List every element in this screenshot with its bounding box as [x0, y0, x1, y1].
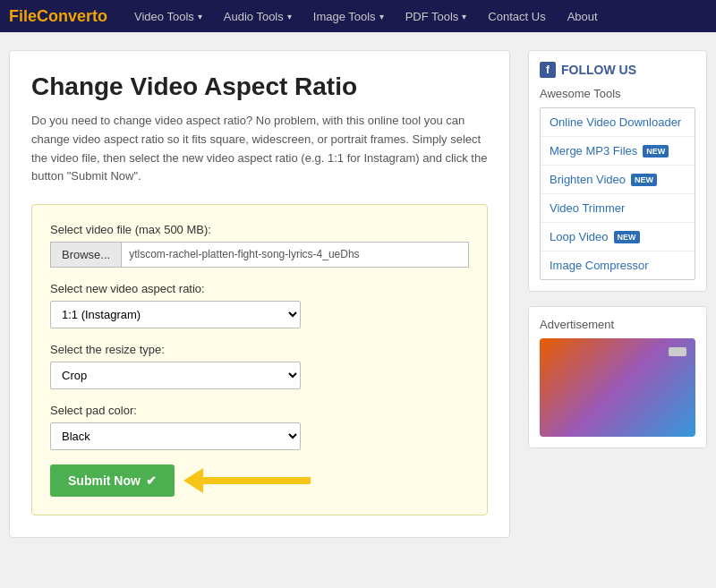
- form-box: Select video file (max 500 MB): Browse..…: [31, 204, 488, 516]
- ad-image: [540, 338, 695, 437]
- page-description: Do you need to change video aspect ratio…: [31, 112, 488, 186]
- tool-label: Image Compressor: [550, 259, 649, 272]
- checkmark-icon: ✔: [146, 473, 157, 488]
- aspect-ratio-select[interactable]: 1:1 (Instagram) 16:9 (Widescreen) 4:3 (S…: [50, 301, 301, 328]
- submit-label: Submit Now: [68, 473, 141, 488]
- new-badge: NEW: [643, 145, 669, 158]
- chevron-down-icon: ▾: [287, 12, 292, 21]
- navbar: FileConverto Video Tools ▾ Audio Tools ▾…: [0, 0, 716, 32]
- new-badge: NEW: [631, 174, 657, 186]
- nav-contact-us[interactable]: Contact Us: [479, 4, 554, 29]
- pad-color-label: Select pad color:: [50, 404, 469, 417]
- page-title: Change Video Aspect Ratio: [31, 72, 488, 101]
- advertisement-section: Advertisement: [528, 306, 707, 448]
- tool-item-image-compressor[interactable]: Image Compressor: [541, 251, 695, 279]
- tool-item-video-downloader[interactable]: Online Video Downloader: [541, 108, 695, 137]
- submit-row: Submit Now ✔: [50, 464, 469, 497]
- file-label: Select video file (max 500 MB):: [50, 223, 469, 236]
- resize-type-label: Select the resize type:: [50, 343, 469, 356]
- chevron-down-icon: ▾: [198, 12, 202, 21]
- aspect-ratio-group: Select new video aspect ratio: 1:1 (Inst…: [50, 282, 469, 328]
- resize-type-group: Select the resize type: Crop Pad Stretch: [50, 343, 469, 389]
- pad-color-group: Select pad color: Black White Red Green …: [50, 404, 469, 450]
- aspect-ratio-label: Select new video aspect ratio:: [50, 282, 469, 295]
- arrow-annotation: [183, 468, 311, 493]
- sidebar: f FOLLOW US Awesome Tools Online Video D…: [528, 50, 707, 538]
- tool-label: Video Trimmer: [550, 201, 625, 215]
- nav-items: Video Tools ▾ Audio Tools ▾ Image Tools …: [125, 4, 707, 29]
- chevron-down-icon: ▾: [462, 12, 466, 21]
- awesome-tools-label: Awesome Tools: [540, 87, 695, 100]
- logo-accent: o: [98, 7, 107, 25]
- resize-type-select[interactable]: Crop Pad Stretch: [50, 362, 301, 389]
- tool-item-merge-mp3[interactable]: Merge MP3 Files NEW: [541, 137, 695, 166]
- arrow-head-icon: [183, 468, 203, 493]
- submit-button[interactable]: Submit Now ✔: [50, 464, 175, 497]
- nav-audio-tools[interactable]: Audio Tools ▾: [215, 4, 301, 29]
- file-input-row: Browse... ytlscom-rachel-platten-fight-s…: [50, 242, 469, 268]
- tool-item-brighten-video[interactable]: Brighten Video NEW: [541, 166, 695, 194]
- facebook-icon: f: [540, 62, 556, 78]
- tool-item-video-trimmer[interactable]: Video Trimmer: [541, 194, 695, 223]
- nav-image-tools[interactable]: Image Tools ▾: [304, 4, 393, 29]
- tool-label: Merge MP3 Files: [550, 144, 637, 158]
- new-badge: NEW: [614, 231, 640, 243]
- tool-label: Online Video Downloader: [550, 115, 681, 129]
- page-wrapper: Change Video Aspect Ratio Do you need to…: [0, 32, 716, 556]
- main-content: Change Video Aspect Ratio Do you need to…: [9, 50, 510, 538]
- chevron-down-icon: ▾: [379, 12, 384, 21]
- pad-color-select[interactable]: Black White Red Green Blue: [50, 422, 301, 450]
- nav-pdf-tools[interactable]: PDF Tools ▾: [396, 4, 476, 29]
- arrow-line: [203, 477, 311, 484]
- ad-label: Advertisement: [540, 318, 695, 331]
- browse-button[interactable]: Browse...: [50, 242, 121, 268]
- nav-about[interactable]: About: [558, 4, 607, 29]
- tool-item-loop-video[interactable]: Loop Video NEW: [541, 223, 695, 251]
- follow-title: f FOLLOW US: [540, 62, 695, 78]
- file-input-group: Select video file (max 500 MB): Browse..…: [50, 223, 469, 268]
- follow-us-widget: f FOLLOW US Awesome Tools Online Video D…: [528, 50, 707, 292]
- file-name-display: ytlscom-rachel-platten-fight-song-lyrics…: [121, 242, 469, 268]
- tools-list: Online Video Downloader Merge MP3 Files …: [540, 107, 695, 280]
- tool-label: Loop Video: [550, 230, 609, 243]
- tool-label: Brighten Video: [550, 173, 626, 186]
- site-logo[interactable]: FileConverto: [9, 7, 107, 26]
- nav-video-tools[interactable]: Video Tools ▾: [125, 4, 211, 29]
- logo-text-main: FileConvert: [9, 7, 98, 25]
